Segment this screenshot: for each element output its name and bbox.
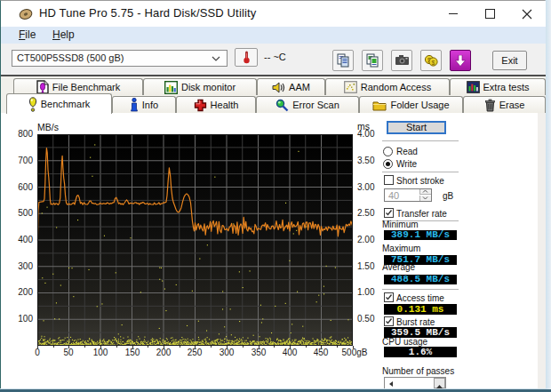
svg-text:$: $ [432, 60, 435, 66]
